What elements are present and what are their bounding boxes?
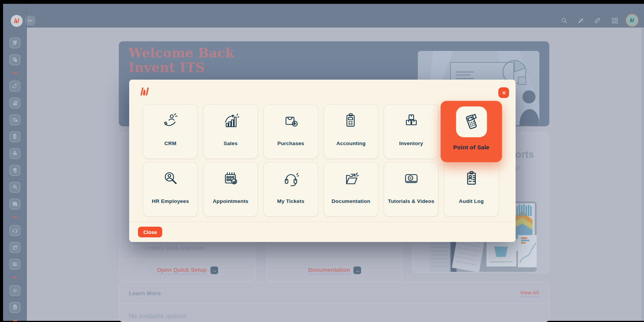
apps-modal: CRM Sales Purchases Accounting Inventory… — [129, 80, 516, 242]
sidebar-item-hr-employees[interactable] — [10, 182, 20, 193]
tutorials-videos-icon — [402, 170, 421, 188]
avatar-logo-icon — [629, 17, 636, 24]
documentation-icon — [12, 244, 18, 251]
arrow-right-badge-icon[interactable]: → — [210, 266, 218, 274]
welcome-heading: Welcome Back Invent ITS — [128, 46, 234, 75]
reports-title-fragment: orts — [515, 149, 534, 160]
sidebar-divider — [13, 277, 17, 278]
app-tile-documentation[interactable]: Documentation — [324, 162, 378, 217]
app-tile-audit-log[interactable]: Audit Log — [444, 162, 499, 217]
app-tile-appointments[interactable]: Appointments — [203, 162, 258, 217]
modal-close-icon-button[interactable] — [498, 87, 509, 98]
sidebar-divider-line — [26, 4, 27, 321]
point-of-sale-icon-box — [456, 106, 487, 137]
documentation-card-footer: Documentation → — [267, 259, 402, 281]
pen-icon[interactable] — [593, 16, 601, 25]
app-tile-inventory[interactable]: Inventory — [384, 104, 439, 159]
sidebar — [3, 28, 27, 321]
quick-setup-card-footer: Open Quick Setup → — [120, 259, 255, 281]
app-tile-sales[interactable]: Sales — [203, 104, 258, 159]
my-tickets-icon — [282, 170, 300, 188]
purchases-icon — [282, 112, 300, 130]
app-tile-label: My Tickets — [264, 198, 318, 204]
sidebar-item-dashboard[interactable] — [10, 38, 20, 48]
accounting-icon — [12, 133, 18, 140]
brand-logo-badge[interactable] — [11, 15, 23, 27]
no-options-text: No available options — [129, 313, 186, 320]
sidebar-item-accounting[interactable] — [10, 131, 20, 142]
app-tile-label: Tutorials & Videos — [384, 198, 438, 204]
open-quick-setup-link[interactable]: Open Quick Setup — [157, 266, 207, 275]
top-bar — [3, 4, 644, 28]
app-tile-label: HR Employees — [143, 198, 197, 204]
app-tile-crm[interactable]: CRM — [143, 104, 198, 159]
crm-icon — [161, 112, 180, 130]
reports-subtitle-fragment: v! — [515, 165, 521, 172]
hr-employees-icon — [161, 170, 180, 188]
sidebar-item-purchases[interactable] — [10, 114, 20, 125]
point-of-sale-icon — [12, 167, 18, 174]
my-tickets-icon — [12, 227, 18, 234]
app-tile-label: Inventory — [384, 141, 438, 146]
sidebar-item-audit-log[interactable] — [10, 302, 20, 313]
app-tile-label: Appointments — [204, 198, 258, 204]
app-tile-purchases[interactable]: Purchases — [263, 104, 318, 159]
crm-icon — [12, 83, 18, 90]
point-of-sale-icon — [461, 111, 482, 132]
inventory-icon — [12, 150, 18, 157]
sidebar-item-settings[interactable] — [10, 285, 20, 296]
app-tile-label: Sales — [204, 141, 258, 146]
card-divider — [119, 303, 549, 304]
audit-log-icon — [462, 170, 481, 188]
sidebar-divider — [13, 72, 17, 74]
documentation-icon — [342, 170, 360, 188]
welcome-line2: Invent ITS — [128, 60, 234, 75]
arrow-right-badge-icon[interactable]: → — [353, 266, 361, 274]
settings-icon — [12, 287, 18, 294]
app-tile-my-tickets[interactable]: My Tickets — [263, 162, 318, 217]
sidebar-item-sales[interactable] — [10, 98, 20, 108]
sidebar-item-calculator[interactable] — [10, 54, 20, 65]
magic-wand-icon[interactable] — [577, 16, 585, 25]
sidebar-item-appointments[interactable] — [10, 199, 20, 209]
sidebar-item-point-of-sale[interactable] — [10, 165, 20, 176]
dashboard-icon — [12, 39, 18, 46]
close-button[interactable]: Close — [138, 227, 162, 237]
modal-brand-logo-icon — [138, 85, 152, 98]
accounting-icon — [342, 112, 360, 130]
sales-icon — [12, 100, 18, 106]
apps-grid-icon[interactable] — [611, 16, 619, 25]
learn-more-card: Learn More View All No available options — [119, 282, 549, 322]
documentation-link[interactable]: Documentation — [308, 266, 350, 275]
learn-more-title: Learn More — [129, 290, 161, 296]
app-tile-accounting[interactable]: Accounting — [324, 104, 378, 159]
search-icon[interactable] — [560, 16, 568, 25]
app-tile-label: Purchases — [264, 141, 318, 146]
sidebar-item-my-tickets[interactable] — [10, 225, 20, 236]
page-scrollbar[interactable] — [641, 28, 644, 321]
app-tile-hr-employees[interactable]: HR Employees — [143, 162, 198, 217]
avatar[interactable] — [626, 14, 639, 27]
appointments-icon — [222, 170, 240, 188]
view-all-link[interactable]: View All — [520, 290, 539, 297]
purchases-icon — [12, 116, 18, 123]
app-tile-tutorials-videos[interactable]: Tutorials & Videos — [384, 162, 439, 217]
import-subtitle: Legacy Data Migration — [145, 244, 205, 251]
sidebar-item-documentation[interactable] — [10, 242, 20, 253]
app-tile-label: Point of Sale — [441, 144, 502, 151]
calculator-icon — [12, 56, 18, 63]
brand-logo-icon — [13, 17, 21, 25]
sidebar-divider — [13, 320, 17, 321]
close-icon — [501, 90, 507, 96]
app-tile-point-of-sale[interactable]: Point of Sale — [440, 101, 502, 162]
sidebar-item-crm[interactable] — [10, 81, 20, 92]
hr-employees-icon — [12, 184, 18, 191]
sidebar-item-tutorials-videos[interactable] — [10, 259, 20, 270]
appointments-icon — [12, 201, 18, 208]
app-tile-label: Accounting — [324, 141, 378, 146]
modal-footer: Close — [129, 222, 516, 242]
app-tile-label: CRM — [143, 141, 197, 146]
sales-icon — [222, 112, 240, 130]
welcome-line1: Welcome Back — [128, 46, 234, 60]
sidebar-item-inventory[interactable] — [10, 148, 20, 159]
